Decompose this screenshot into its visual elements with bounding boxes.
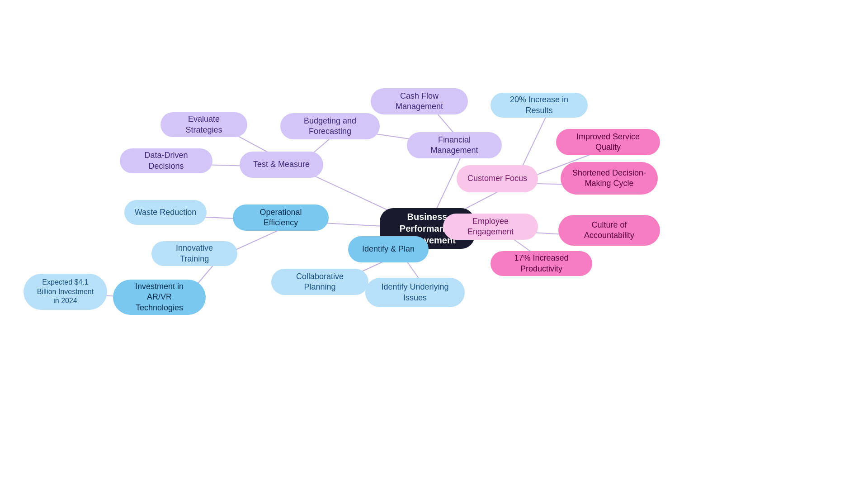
investment-ar-node[interactable]: Investment in AR/VR Technologies: [113, 280, 206, 315]
improved-service-node[interactable]: Improved Service Quality: [556, 129, 660, 155]
customer-focus-node[interactable]: Customer Focus: [457, 165, 538, 192]
twenty-percent-node[interactable]: 20% Increase in Results: [491, 93, 588, 118]
collaborative-planning-node[interactable]: Collaborative Planning: [271, 269, 368, 295]
operational-efficiency-node[interactable]: Operational Efficiency: [233, 205, 329, 231]
shortened-decision-node[interactable]: Shortened Decision-Making Cycle: [561, 162, 658, 195]
test-measure-node[interactable]: Test & Measure: [240, 152, 323, 178]
culture-accountability-node[interactable]: Culture of Accountability: [558, 215, 660, 246]
data-driven-node[interactable]: Data-Driven Decisions: [120, 148, 212, 173]
expected-billion-node[interactable]: Expected $4.1 Billion Investment in 2024: [24, 274, 107, 310]
seventeen-percent-node[interactable]: 17% Increased Productivity: [491, 251, 592, 276]
budgeting-node[interactable]: Budgeting and Forecasting: [280, 113, 380, 139]
identify-plan-node[interactable]: Identify & Plan: [348, 236, 429, 262]
waste-reduction-node[interactable]: Waste Reduction: [124, 200, 207, 225]
employee-engagement-node[interactable]: Employee Engagement: [443, 214, 538, 240]
evaluate-strategies-node[interactable]: Evaluate Strategies: [160, 112, 247, 137]
cash-flow-node[interactable]: Cash Flow Management: [371, 88, 468, 114]
innovative-training-node[interactable]: Innovative Training: [151, 241, 237, 266]
financial-management-node[interactable]: Financial Management: [407, 132, 502, 158]
identify-underlying-node[interactable]: Identify Underlying Issues: [365, 278, 465, 307]
